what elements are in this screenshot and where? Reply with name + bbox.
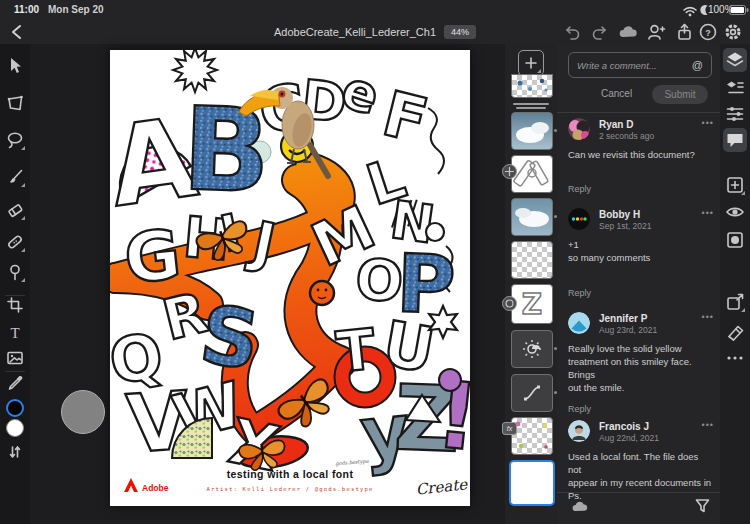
avatar bbox=[568, 118, 590, 140]
layer-mask-icon[interactable] bbox=[723, 228, 747, 252]
layer-properties-icon[interactable] bbox=[723, 76, 747, 100]
canvas-area: ABCDeFGHIJLMNOPQRSTUVWXyZ! bbox=[30, 44, 505, 524]
comment-text: Can we revisit this document? bbox=[568, 148, 695, 161]
comment-time: Aug 22nd, 2021 bbox=[599, 433, 659, 443]
adjustments-sliders-icon[interactable] bbox=[723, 102, 747, 126]
artwork-canvas: ABCDeFGHIJLMNOPQRSTUVWXyZ! bbox=[110, 50, 470, 506]
undo-button[interactable] bbox=[561, 21, 583, 43]
transform-tool[interactable] bbox=[3, 91, 27, 115]
layer-reference-badge[interactable] bbox=[502, 296, 517, 311]
brush-tool[interactable] bbox=[3, 165, 27, 189]
swap-colors-button[interactable] bbox=[3, 440, 27, 464]
layer-thumbnail-sketch[interactable] bbox=[511, 155, 553, 193]
background-color-well[interactable] bbox=[6, 419, 24, 437]
sync-cloud-icon[interactable] bbox=[571, 500, 589, 513]
avatar bbox=[568, 420, 590, 442]
layer-reference-badge[interactable] bbox=[502, 164, 517, 179]
healing-tool[interactable] bbox=[3, 230, 27, 254]
move-tool[interactable] bbox=[3, 54, 27, 78]
purple-dot bbox=[439, 369, 461, 391]
back-button[interactable] bbox=[6, 21, 28, 43]
layer-thumbnail-empty[interactable] bbox=[511, 241, 553, 279]
document-title[interactable]: AdobeCreate_Kelli_Lederer_Ch1 bbox=[274, 26, 436, 38]
svg-text:T: T bbox=[334, 316, 379, 385]
add-layer-button[interactable] bbox=[518, 50, 544, 76]
clipping-mask-icon[interactable] bbox=[723, 320, 747, 344]
zoom-level-badge[interactable]: 44% bbox=[444, 25, 476, 39]
layer-thumbnail-paint[interactable] bbox=[511, 74, 553, 98]
panel-divider bbox=[557, 112, 720, 113]
layer-thumbnail-selected[interactable] bbox=[509, 460, 555, 506]
layer-thumbnail-letter-z[interactable]: Z bbox=[511, 284, 553, 324]
eyedropper-tool[interactable] bbox=[3, 371, 27, 395]
foreground-color-well[interactable] bbox=[6, 399, 24, 417]
figure-head bbox=[310, 281, 334, 305]
reply-button[interactable]: Reply bbox=[568, 288, 591, 298]
place-transform-icon[interactable] bbox=[723, 290, 747, 314]
type-tool[interactable]: T bbox=[3, 321, 27, 345]
submit-button[interactable]: Submit bbox=[652, 85, 708, 104]
redo-button[interactable] bbox=[589, 21, 611, 43]
layer-fx-badge[interactable]: fx bbox=[502, 422, 517, 435]
lasso-select-tool[interactable] bbox=[3, 128, 27, 152]
comment-menu-icon[interactable]: ••• bbox=[702, 312, 714, 322]
liquify-tool[interactable] bbox=[3, 260, 27, 284]
share-icon[interactable] bbox=[673, 21, 695, 43]
place-image-tool[interactable] bbox=[3, 346, 27, 370]
filter-comments-icon[interactable] bbox=[695, 498, 710, 513]
eraser-tool[interactable] bbox=[3, 198, 27, 222]
layers-panel-icon[interactable] bbox=[723, 48, 747, 72]
crop-tool[interactable] bbox=[3, 293, 27, 317]
cloud-sync-icon[interactable] bbox=[617, 21, 639, 43]
reply-button[interactable]: Reply bbox=[568, 404, 591, 414]
visibility-eye-icon[interactable] bbox=[723, 200, 747, 224]
clock-date: Mon Sep 20 bbox=[48, 4, 104, 15]
add-layer-rail-icon[interactable] bbox=[723, 173, 747, 197]
layer-thumbnail-cloud[interactable] bbox=[511, 112, 553, 150]
battery-icon bbox=[729, 5, 749, 16]
svg-text:F: F bbox=[376, 77, 435, 158]
comments-panel: @ Cancel Submit Ryan D 2 seconds ago •••… bbox=[557, 44, 720, 524]
layer-thumbnail-curves-adjustment[interactable] bbox=[511, 374, 553, 412]
poster-caption: testing with a local font bbox=[227, 468, 354, 480]
comment-input[interactable] bbox=[569, 60, 692, 71]
svg-text:Z: Z bbox=[522, 288, 542, 321]
layer-group-line bbox=[513, 103, 549, 105]
comment-author: Bobby H bbox=[599, 209, 640, 220]
tool-bar: T bbox=[0, 44, 30, 524]
cancel-button[interactable]: Cancel bbox=[601, 88, 632, 99]
layers-panel: Z fx bbox=[505, 44, 557, 524]
poster-credit: Artist: Kelli Lederer / @gods.bestype bbox=[207, 486, 374, 493]
comment-time: 2 seconds ago bbox=[599, 131, 654, 141]
comment-author: Jennifer P bbox=[599, 313, 647, 324]
help-icon[interactable]: ? bbox=[697, 21, 719, 43]
more-options-icon[interactable] bbox=[723, 346, 747, 370]
layer-thumbnail-cloud[interactable] bbox=[511, 198, 553, 236]
clock-time: 11:00 bbox=[14, 4, 39, 15]
signature: Create bbox=[415, 475, 469, 498]
settings-gear-icon[interactable] bbox=[722, 21, 744, 43]
comment-time: Sep 1st, 2021 bbox=[599, 221, 651, 231]
right-taskbar bbox=[720, 44, 750, 524]
mention-at-button[interactable]: @ bbox=[692, 59, 711, 71]
svg-text:?: ? bbox=[705, 28, 711, 38]
layer-group-line bbox=[516, 107, 546, 109]
comment-time: Aug 23rd, 2021 bbox=[599, 325, 657, 335]
avatar bbox=[568, 312, 590, 334]
comment-item: Bobby H Sep 1st, 2021 ••• +1so many comm… bbox=[568, 208, 714, 312]
layer-thumbnail-effects[interactable] bbox=[511, 417, 553, 455]
invite-people-icon[interactable] bbox=[645, 21, 667, 43]
comment-menu-icon[interactable]: ••• bbox=[702, 208, 714, 218]
comment-item: Francois J Aug 22nd, 2021 ••• Used a loc… bbox=[568, 420, 714, 490]
reply-button[interactable]: Reply bbox=[568, 184, 591, 194]
svg-text:T: T bbox=[10, 325, 19, 341]
comments-panel-icon[interactable] bbox=[723, 128, 747, 152]
layer-thumbnail-brightness-adjustment[interactable] bbox=[511, 330, 553, 368]
artboard[interactable]: ABCDeFGHIJLMNOPQRSTUVWXyZ! bbox=[110, 50, 470, 506]
adobe-brand-text: Adobe bbox=[142, 483, 169, 493]
touch-shortcut-button[interactable] bbox=[61, 390, 105, 434]
comment-menu-icon[interactable]: ••• bbox=[702, 420, 714, 430]
comment-author: Ryan D bbox=[599, 119, 633, 130]
comment-menu-icon[interactable]: ••• bbox=[702, 118, 714, 128]
status-bar: 11:00 Mon Sep 20 100% bbox=[0, 0, 750, 20]
